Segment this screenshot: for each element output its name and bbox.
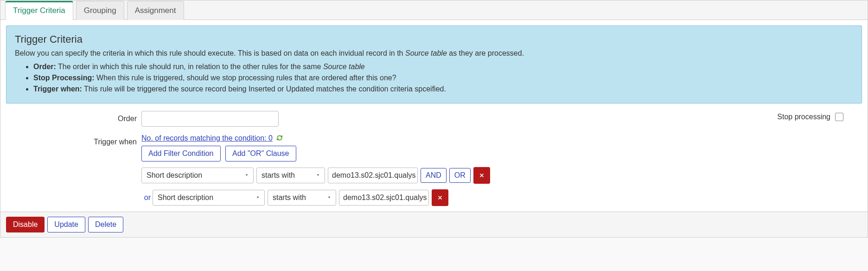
tab-grouping[interactable]: Grouping <box>76 1 124 20</box>
condition-field-select[interactable]: Short description <box>153 190 265 206</box>
condition-or-button[interactable]: OR <box>449 168 471 183</box>
info-intro-post: as they are processed. <box>447 49 524 57</box>
close-icon <box>479 172 485 179</box>
order-label: Order <box>12 111 141 123</box>
condition-operator-select[interactable]: starts with <box>268 190 336 206</box>
chevron-down-icon <box>315 171 321 180</box>
chevron-down-icon <box>255 194 261 202</box>
delete-button[interactable]: Delete <box>88 217 123 232</box>
update-button[interactable]: Update <box>47 217 85 232</box>
tab-trigger-criteria[interactable]: Trigger Criteria <box>5 1 73 20</box>
condition-value-text: demo13.s02.sjc01.qualys <box>343 194 427 202</box>
records-matching-link[interactable]: No. of records matching the condition: 0 <box>141 134 273 142</box>
condition-or-label: or <box>141 194 151 202</box>
condition-operator-select[interactable]: starts with <box>256 168 325 183</box>
stop-processing-label: Stop processing <box>777 113 830 121</box>
chevron-down-icon <box>244 171 249 180</box>
condition-row: or Short description starts with <box>141 189 862 206</box>
info-bullet-stop: Stop Processing: When this rule is trigg… <box>33 72 853 84</box>
info-bullet-trigger: Trigger when: This rule will be triggere… <box>33 84 853 95</box>
condition-and-button[interactable]: AND <box>421 168 447 183</box>
stop-processing-checkbox[interactable] <box>835 113 843 121</box>
info-bullets: Order: The order in which this rule shou… <box>15 61 853 95</box>
condition-row: Short description starts with demo13.s02… <box>141 167 862 184</box>
info-bullet-label: Trigger when: <box>33 85 82 93</box>
order-input[interactable] <box>141 111 279 127</box>
info-panel: Trigger Criteria Below you can specify t… <box>6 26 862 103</box>
trigger-when-label: Trigger when <box>12 134 141 146</box>
add-or-clause-button[interactable]: Add "OR" Clause <box>225 146 296 161</box>
info-bullet-label: Stop Processing: <box>33 74 95 82</box>
disable-button[interactable]: Disable <box>6 217 45 232</box>
add-filter-condition-button[interactable]: Add Filter Condition <box>141 146 221 161</box>
condition-field-value: Short description <box>147 171 202 180</box>
refresh-icon[interactable] <box>276 135 283 143</box>
chevron-down-icon <box>326 194 332 202</box>
info-bullet-order: Order: The order in which this rule shou… <box>33 61 853 72</box>
condition-operator-value: starts with <box>262 171 295 180</box>
info-bullet-text: When this rule is triggered, should we s… <box>95 74 396 82</box>
close-icon <box>437 194 443 201</box>
condition-value-text: demo13.s02.sjc01.qualys <box>332 171 416 180</box>
footer-actions: Disable Update Delete <box>0 212 868 237</box>
info-intro-em: Source table <box>405 49 447 57</box>
condition-operator-value: starts with <box>273 194 306 202</box>
condition-value-input[interactable]: demo13.s02.sjc01.qualys <box>339 190 429 206</box>
info-bullet-text: The order in which this rule should run,… <box>56 63 323 71</box>
info-bullet-label: Order: <box>33 63 56 71</box>
tab-assignment[interactable]: Assignment <box>127 1 184 20</box>
condition-field-value: Short description <box>158 194 213 202</box>
condition-remove-button[interactable] <box>432 189 448 206</box>
condition-remove-button[interactable] <box>473 167 490 184</box>
info-intro: Below you can specify the criteria in wh… <box>15 49 853 58</box>
tabs-bar: Trigger Criteria Grouping Assignment <box>0 0 868 20</box>
info-bullet-text: This rule will be triggered the source r… <box>82 85 446 93</box>
condition-value-input[interactable]: demo13.s02.sjc01.qualys <box>328 168 418 183</box>
info-intro-pre: Below you can specify the criteria in wh… <box>15 49 405 57</box>
condition-field-select[interactable]: Short description <box>141 168 254 183</box>
info-bullet-em: Source table <box>323 63 365 71</box>
info-title: Trigger Criteria <box>15 33 853 45</box>
